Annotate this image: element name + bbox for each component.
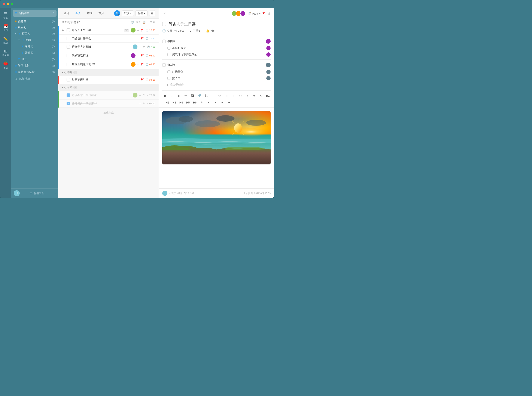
task-row[interactable]: 妈妈该吃药啦 + 🚩 🕐 08:00: [59, 51, 159, 60]
toolbar-strikethrough[interactable]: S: [176, 93, 182, 98]
toolbar-align-left[interactable]: ≡: [206, 100, 211, 105]
task-checkbox[interactable]: [66, 78, 70, 82]
task-add-icon[interactable]: +: [137, 63, 139, 66]
sidebar-item-delivery[interactable]: ⊞ 送外卖 (0): [13, 43, 57, 49]
subtask-item[interactable]: 红烧带鱼: [162, 69, 271, 75]
subtask-checkbox[interactable]: [167, 47, 170, 50]
subtask-checkbox[interactable]: [167, 77, 170, 80]
toolbar-h1[interactable]: H1: [265, 93, 271, 98]
toolbar-align-justify[interactable]: ≡: [226, 100, 232, 105]
tab-today[interactable]: 今天: [73, 11, 83, 16]
task-add-icon[interactable]: +: [137, 54, 139, 58]
minimize-button[interactable]: [7, 3, 9, 5]
add-task-date[interactable]: 今天: [136, 20, 141, 24]
tag-manage-section[interactable]: ☰ 标签管理: [30, 192, 44, 195]
sidebar-item-worker[interactable]: ▼ ⊞ 打工人 (1): [13, 31, 57, 37]
task-flag-icon[interactable]: 🚩: [141, 37, 144, 40]
add-task-list[interactable]: 任务箱: [148, 20, 155, 24]
task-row[interactable]: 陪孩子去兴趣班 + ⚑ 🕐 今天: [59, 43, 159, 51]
user-avatar[interactable]: U: [14, 190, 20, 196]
grid-view-button[interactable]: ⊞: [149, 10, 155, 16]
subtask-item[interactable]: 小挂灯购买: [162, 45, 271, 51]
sidebar-item-persist[interactable]: ⊞ 坚持坚持坚持 (1): [13, 69, 57, 75]
filter-default-button[interactable]: 默认 ▾: [122, 11, 134, 16]
detail-title-checkbox[interactable]: [162, 22, 166, 26]
toolbar-blockquote[interactable]: ❝: [199, 100, 204, 105]
toolbar-h4[interactable]: H4: [178, 100, 184, 105]
task-checkbox[interactable]: [66, 29, 70, 32]
subtask-checkbox[interactable]: [167, 70, 170, 73]
toolbar-code-inline[interactable]: <>: [217, 93, 223, 98]
task-flag-icon[interactable]: ⚑: [143, 102, 145, 105]
subtask-checkbox[interactable]: [167, 53, 170, 56]
toolbar-align-center[interactable]: ≡: [213, 100, 218, 105]
task-row[interactable]: ✓ 思琪不想上的钢琴课 + ⚑ ✓ 23:54: [59, 91, 159, 100]
toolbar-h6[interactable]: H6: [192, 100, 197, 105]
task-add-icon[interactable]: +: [139, 45, 141, 49]
tab-week[interactable]: 本周: [85, 11, 95, 16]
toolbar-link[interactable]: 🔗: [197, 93, 202, 98]
subtask-item[interactable]: 买气球（不要氢气的）: [162, 51, 271, 58]
add-list-button[interactable]: ⊕ 添加清单: [13, 76, 57, 82]
toolbar-h5[interactable]: H5: [185, 100, 191, 105]
filter-tag-button[interactable]: 标签 ▾: [136, 11, 148, 16]
toolbar-image[interactable]: 🖼: [190, 93, 195, 98]
toolbar-bold[interactable]: B: [162, 93, 168, 98]
task-add-icon[interactable]: +: [137, 29, 139, 32]
nav-item-quadrant[interactable]: ⊞ 四象限: [1, 47, 10, 58]
detail-flag-icon[interactable]: 🚩: [262, 12, 266, 15]
meta-repeat[interactable]: ↺ 不重复: [190, 29, 201, 33]
toolbar-undo[interactable]: ↺: [251, 93, 257, 98]
sidebar-item-inbox[interactable]: ⊞ 任务箱 (4): [13, 18, 57, 24]
smart-list-item[interactable]: ⊞ 智能清单 5: [13, 10, 57, 17]
sidebar-item-parttime[interactable]: ▼ ⊞ 兼职 (0): [13, 37, 57, 43]
task-add-icon[interactable]: +: [137, 37, 139, 41]
toolbar-unlink[interactable]: ⛓: [203, 93, 209, 98]
toolbar-task-list[interactable]: ⬚: [238, 93, 243, 98]
detail-close-button[interactable]: ×: [162, 11, 167, 16]
sidebar-item-didi[interactable]: ⊞ 开滴滴 (0): [13, 50, 57, 56]
task-flag-icon[interactable]: ⚑: [143, 94, 145, 97]
toolbar-h2[interactable]: H2: [165, 100, 170, 105]
toolbar-pen[interactable]: ✏: [183, 93, 188, 98]
footer-collapse-arrow[interactable]: ^: [54, 192, 56, 195]
sidebar-item-family[interactable]: ⊞ Family (6): [13, 25, 57, 30]
task-checkbox[interactable]: [66, 37, 70, 40]
nav-item-calendar[interactable]: 📅 日历: [2, 22, 9, 34]
toolbar-h3[interactable]: H3: [172, 100, 177, 105]
task-flag-icon[interactable]: 🚩: [141, 78, 144, 81]
toolbar-divider[interactable]: —: [210, 93, 216, 98]
toolbar-redo[interactable]: ↻: [258, 93, 264, 98]
task-row[interactable]: ✓ 健身健身，动起来 !!! + ⚑ ✓ 09:00: [59, 100, 159, 108]
nav-item-notes[interactable]: ✏️ 笔记: [2, 35, 9, 46]
nav-item-lists[interactable]: ☰ 清单: [3, 10, 9, 21]
task-add-icon[interactable]: +: [139, 102, 141, 105]
maximize-button[interactable]: [11, 3, 13, 5]
subtask-item[interactable]: 把子肉: [162, 75, 271, 82]
add-subtask-button[interactable]: + 添加子任务: [162, 82, 271, 88]
task-checkbox[interactable]: [66, 45, 70, 48]
tab-all[interactable]: 全部: [62, 11, 72, 16]
task-row[interactable]: ▶ 筹备儿子生日宴 0/2 + 🚩 🕐 15:00: [59, 26, 159, 35]
subtask-group-1-checkbox[interactable]: [162, 40, 166, 43]
nav-item-tomato[interactable]: 🍅 番茄: [2, 59, 9, 71]
task-row[interactable]: 每周英语时间 + 🚩 🕐 03-18: [59, 76, 159, 84]
search-button[interactable]: 🔍: [114, 10, 120, 16]
task-checkbox-checked[interactable]: ✓: [66, 102, 70, 105]
task-flag-icon[interactable]: 🚩: [141, 29, 144, 32]
meta-date[interactable]: 🕐 今天 下午03:00: [162, 29, 184, 33]
sidebar-item-study[interactable]: ⊞ 学习计划 (2): [13, 63, 57, 69]
toolbar-ol[interactable]: ≡: [231, 93, 236, 98]
detail-title-input[interactable]: [169, 22, 271, 26]
close-button[interactable]: [3, 3, 5, 5]
toolbar-indent-out[interactable]: ↑: [245, 93, 250, 98]
overdue-section-header[interactable]: ▾ 已过期 1: [58, 69, 159, 76]
task-row[interactable]: 产品设计评审会 + 🚩 🕐 10:00: [59, 35, 159, 43]
task-checkbox[interactable]: [66, 54, 70, 57]
task-add-icon[interactable]: +: [139, 93, 141, 97]
detail-delete-icon[interactable]: 🗑: [268, 12, 271, 15]
meta-reminder[interactable]: 🔔 准时: [206, 29, 216, 33]
sidebar-item-design[interactable]: ⊞ 设计 (0): [13, 56, 57, 62]
subtask-group-2-checkbox[interactable]: [162, 63, 166, 67]
task-row[interactable]: 带豆豆刷流浪地球2 + 🚩 🕐 09:50: [59, 60, 159, 69]
